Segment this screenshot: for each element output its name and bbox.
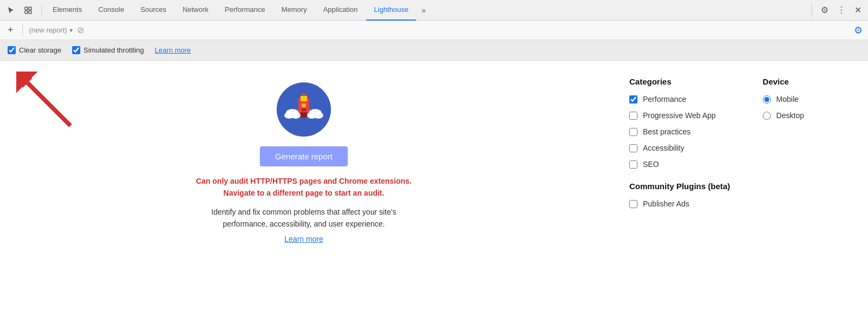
svg-rect-3 xyxy=(29,11,31,14)
svg-point-13 xyxy=(291,112,301,119)
report-dropdown-arrow[interactable]: ▾ xyxy=(69,27,73,34)
throttling-learn-more-link[interactable]: Learn more xyxy=(155,46,190,54)
main-content: Generate report Can only audit HTTP/HTTP… xyxy=(0,61,868,329)
svg-rect-9 xyxy=(301,96,307,101)
publisher-ads-checkbox[interactable] xyxy=(629,200,637,208)
svg-rect-18 xyxy=(302,108,306,111)
best-practices-checkbox[interactable] xyxy=(629,128,637,136)
cancel-report-button[interactable]: ⊘ xyxy=(77,25,84,35)
clear-storage-checkbox[interactable] xyxy=(8,46,16,54)
tab-lighthouse[interactable]: Lighthouse xyxy=(366,0,416,21)
description-text: Identify and fix common problems that af… xyxy=(201,206,407,230)
svg-line-5 xyxy=(27,82,71,126)
tab-memory[interactable]: Memory xyxy=(274,0,315,21)
mobile-radio[interactable] xyxy=(763,95,771,104)
device-mobile[interactable]: Mobile xyxy=(763,95,804,104)
seo-checkbox[interactable] xyxy=(629,160,637,169)
community-plugins-section: Community Plugins (beta) Publisher Ads xyxy=(629,182,730,208)
device-desktop[interactable]: Desktop xyxy=(763,111,804,120)
error-message: Can only audit HTTP/HTTPS pages and Chro… xyxy=(196,175,412,199)
svg-rect-0 xyxy=(25,7,28,10)
community-plugins-title: Community Plugins (beta) xyxy=(629,182,730,191)
category-list: Performance Progressive Web App Best pra… xyxy=(629,95,730,169)
performance-checkbox[interactable] xyxy=(629,95,637,104)
category-pwa[interactable]: Progressive Web App xyxy=(629,111,730,120)
plugin-publisher-ads[interactable]: Publisher Ads xyxy=(629,199,730,208)
tab-application[interactable]: Application xyxy=(316,0,366,21)
pwa-checkbox[interactable] xyxy=(629,112,637,120)
arrow-indicator xyxy=(16,72,81,137)
cursor-icon[interactable] xyxy=(4,5,17,16)
desktop-radio[interactable] xyxy=(763,112,771,120)
right-panel: Categories Performance Progressive Web A… xyxy=(608,61,868,329)
tab-network[interactable]: Network xyxy=(175,0,216,21)
simulated-throttling-checkbox-label[interactable]: Simulated throttling xyxy=(72,46,144,54)
options-bar: Clear storage Simulated throttling Learn… xyxy=(0,40,868,61)
tab-sources[interactable]: Sources xyxy=(133,0,174,21)
inspect-icon[interactable] xyxy=(22,5,35,16)
svg-point-16 xyxy=(314,112,323,119)
toolbar: + (new report) ▾ ⊘ ⚙ xyxy=(0,21,868,40)
tab-icons xyxy=(4,5,42,16)
main-learn-more-link[interactable]: Learn more xyxy=(284,235,323,243)
categories-title: Categories xyxy=(629,77,730,86)
simulated-throttling-checkbox[interactable] xyxy=(72,46,80,54)
lighthouse-settings-button[interactable]: ⚙ xyxy=(854,24,863,36)
svg-rect-2 xyxy=(25,11,28,14)
clear-storage-checkbox-label[interactable]: Clear storage xyxy=(8,46,61,54)
category-performance[interactable]: Performance xyxy=(629,95,730,104)
more-options-icon[interactable]: ⋮ xyxy=(835,3,848,17)
device-section: Device Mobile Desktop xyxy=(763,77,804,313)
lighthouse-logo xyxy=(277,82,331,137)
category-best-practices[interactable]: Best practices xyxy=(629,127,730,136)
category-seo[interactable]: SEO xyxy=(629,160,730,169)
device-title: Device xyxy=(763,77,804,86)
left-panel: Generate report Can only audit HTTP/HTTP… xyxy=(0,61,608,329)
toolbar-divider xyxy=(22,25,23,36)
more-tabs-button[interactable]: » xyxy=(417,4,430,17)
category-accessibility[interactable]: Accessibility xyxy=(629,144,730,152)
accessibility-checkbox[interactable] xyxy=(629,144,637,152)
new-report-button[interactable]: + xyxy=(5,23,16,37)
close-devtools-button[interactable]: ✕ xyxy=(852,3,864,17)
report-selector: (new report) ▾ xyxy=(29,26,73,34)
tab-console[interactable]: Console xyxy=(91,0,132,21)
tab-bar: Elements Console Sources Network Perform… xyxy=(0,0,868,21)
tab-performance[interactable]: Performance xyxy=(217,0,272,21)
generate-report-button[interactable]: Generate report xyxy=(260,146,348,166)
settings-icon[interactable]: ⚙ xyxy=(819,3,831,17)
categories-section: Categories Performance Progressive Web A… xyxy=(629,77,730,313)
svg-rect-17 xyxy=(302,104,306,107)
tab-bar-right: ⚙ ⋮ ✕ xyxy=(812,3,864,17)
tab-elements[interactable]: Elements xyxy=(45,0,90,21)
svg-rect-1 xyxy=(29,7,31,10)
svg-rect-10 xyxy=(301,112,307,118)
